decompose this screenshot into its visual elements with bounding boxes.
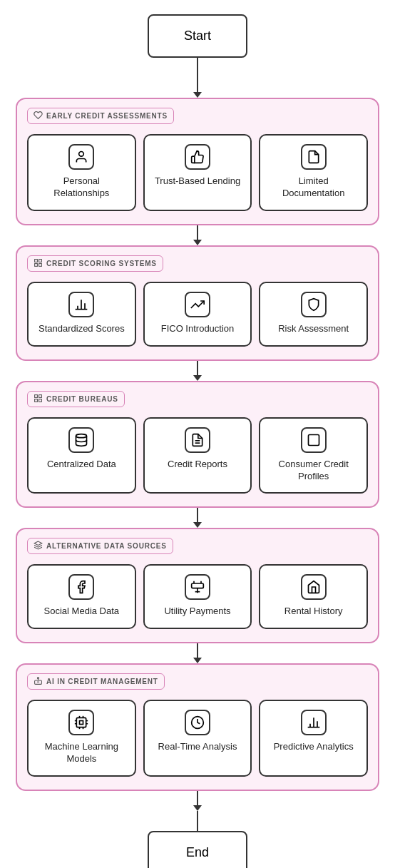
section-credit-scoring: CREDIT SCORING SYSTEMSStandardized Score… [16, 245, 379, 361]
facebook-icon [68, 574, 94, 600]
section-label-credit-scoring: CREDIT SCORING SYSTEMS [27, 255, 163, 272]
card-label-personal-rel: Personal Relationships [34, 175, 129, 200]
card-realtime-analysis: Real-Time Analysis [143, 700, 252, 777]
arrow-before-credit-bureaus [193, 361, 202, 381]
square-icon [301, 427, 327, 453]
clock-icon [185, 710, 210, 735]
svg-point-20 [37, 678, 39, 679]
cards-row-credit-bureaus: Centralized DataCredit ReportsConsumer C… [27, 417, 368, 494]
card-predictive-analytics: Predictive Analytics [259, 700, 368, 777]
card-standardized-scores: Standardized Scores [27, 282, 136, 347]
card-utility-payments: Utility Payments [143, 564, 252, 629]
card-label-rental-history: Rental History [284, 606, 343, 618]
svg-rect-2 [39, 259, 42, 262]
barchart-icon [68, 292, 94, 317]
section-icon-ai-credit [34, 676, 43, 687]
cards-row-ai-credit: Machine Learning ModelsReal-Time Analysi… [27, 700, 368, 777]
card-label-trust-lending: Trust-Based Lending [155, 175, 240, 188]
card-fico-intro: FICO Introduction [143, 282, 252, 347]
cards-row-credit-scoring: Standardized ScoresFICO IntroductionRisk… [27, 282, 368, 347]
arrow-before-credit-scoring [193, 225, 202, 245]
arrow-before-early-credit [193, 78, 202, 98]
end-box: End [148, 831, 247, 868]
card-label-social-media: Social Media Data [44, 606, 120, 618]
cards-row-early-credit: Personal RelationshipsTrust-Based Lendin… [27, 134, 368, 211]
arrow-after-last-section [193, 791, 202, 811]
svg-point-13 [76, 434, 87, 437]
svg-rect-1 [35, 259, 38, 262]
card-centralized-data: Centralized Data [27, 417, 136, 494]
svg-rect-16 [308, 434, 319, 445]
card-social-media: Social Media Data [27, 564, 136, 629]
svg-rect-4 [39, 263, 42, 266]
section-icon-early-credit [34, 111, 43, 121]
connector-start [197, 58, 198, 78]
section-label-ai-credit: AI IN CREDIT MANAGEMENT [27, 673, 165, 690]
file-icon [185, 427, 210, 453]
section-early-credit: EARLY CREDIT ASSESSMENTSPersonal Relatio… [16, 98, 379, 225]
section-icon-credit-scoring [34, 258, 43, 269]
arrow-before-ai-credit [193, 643, 202, 663]
barchart-icon [301, 710, 327, 735]
card-consumer-profiles: Consumer Credit Profiles [259, 417, 368, 494]
section-icon-alt-data [34, 541, 43, 551]
svg-rect-18 [192, 583, 204, 588]
card-label-utility-payments: Utility Payments [164, 606, 230, 618]
card-ml-models: Machine Learning Models [27, 700, 136, 777]
database-icon [68, 427, 94, 453]
home-icon [301, 574, 327, 600]
section-label-credit-bureaus: CREDIT BUREAUS [27, 391, 125, 407]
card-label-fico-intro: FICO Introduction [161, 323, 235, 335]
document-icon [301, 144, 327, 170]
svg-rect-24 [80, 721, 83, 725]
start-label: Start [184, 29, 211, 43]
section-credit-bureaus: CREDIT BUREAUSCentralized DataCredit Rep… [16, 381, 379, 509]
svg-rect-11 [35, 399, 38, 402]
card-limited-doc: Limited Documentation [259, 134, 368, 211]
card-risk-assessment: Risk Assessment [259, 282, 368, 347]
card-trust-lending: Trust-Based Lending [143, 134, 252, 211]
card-credit-reports: Credit Reports [143, 417, 252, 494]
svg-point-0 [79, 152, 84, 157]
svg-marker-17 [34, 542, 42, 546]
card-personal-rel: Personal Relationships [27, 134, 136, 211]
card-label-risk-assessment: Risk Assessment [278, 323, 349, 335]
card-label-centralized-data: Centralized Data [47, 459, 116, 471]
card-label-limited-doc: Limited Documentation [266, 175, 361, 200]
end-label: End [186, 845, 209, 859]
arrow-before-alt-data [193, 508, 202, 528]
section-alt-data: ALTERNATIVE DATA SOURCESSocial Media Dat… [16, 528, 379, 643]
svg-rect-12 [39, 399, 42, 402]
person-icon [68, 144, 94, 170]
section-icon-credit-bureaus [34, 394, 43, 404]
section-ai-credit: AI IN CREDIT MANAGEMENTMachine Learning … [16, 663, 379, 791]
card-label-credit-reports: Credit Reports [168, 459, 227, 471]
card-label-ml-models: Machine Learning Models [34, 741, 129, 765]
section-label-early-credit: EARLY CREDIT ASSESSMENTS [27, 108, 174, 124]
card-label-predictive-analytics: Predictive Analytics [274, 741, 354, 753]
cpu-icon [68, 710, 94, 735]
start-box: Start [148, 14, 247, 58]
cards-row-alt-data: Social Media DataUtility PaymentsRental … [27, 564, 368, 629]
svg-rect-10 [39, 394, 42, 397]
linechart-icon [185, 292, 210, 317]
card-rental-history: Rental History [259, 564, 368, 629]
card-label-consumer-profiles: Consumer Credit Profiles [266, 459, 361, 483]
connector-end [197, 811, 198, 831]
shield-icon [301, 292, 327, 317]
svg-rect-23 [77, 718, 86, 727]
card-label-standardized-scores: Standardized Scores [39, 323, 125, 335]
thumbsup-icon [185, 144, 210, 170]
card-label-realtime-analysis: Real-Time Analysis [158, 741, 237, 753]
plug-icon [185, 574, 210, 600]
svg-rect-3 [35, 263, 38, 266]
svg-rect-9 [35, 394, 38, 397]
section-label-alt-data: ALTERNATIVE DATA SOURCES [27, 538, 173, 554]
